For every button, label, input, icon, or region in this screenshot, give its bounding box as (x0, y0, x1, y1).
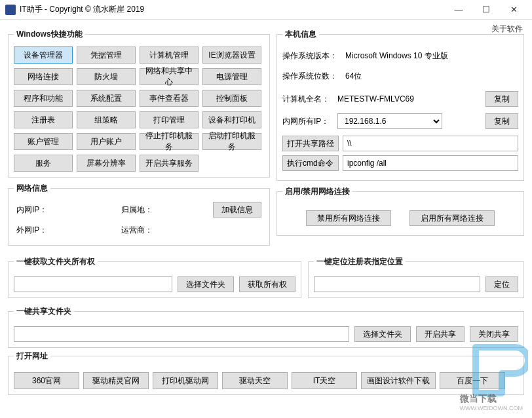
shortcut-button[interactable]: 系统配置 (77, 90, 136, 107)
shortcut-button[interactable]: 电源管理 (202, 68, 261, 85)
reglocate-panel: 一键定位注册表指定位置 定位 (308, 256, 524, 298)
shortcut-button[interactable]: 打印管理 (140, 111, 199, 128)
outer-ip-value (58, 225, 121, 236)
shortcut-button[interactable]: 服务 (14, 155, 73, 172)
netinfo-panel: 网络信息 内网IP： 归属地： 加载信息 外网IP： 运营商： (8, 183, 270, 246)
shortcut-button[interactable]: 计算机管理 (140, 47, 199, 64)
open-share-path-button[interactable]: 打开共享路径 (282, 136, 339, 151)
app-icon (5, 5, 16, 15)
nettoggle-legend: 启用/禁用网络连接 (282, 186, 352, 197)
shortcut-button[interactable]: 防火墙 (77, 68, 136, 85)
os-version-label: 操作系统版本： (282, 50, 341, 62)
reglocate-legend: 一键定位注册表指定位置 (314, 256, 406, 267)
shortcut-button[interactable]: 启动打印机服务 (202, 133, 261, 150)
shortcut-button[interactable]: 设备管理器 (14, 47, 73, 64)
shortcut-button[interactable]: 网络连接 (14, 68, 73, 85)
pc-name-label: 计算机全名： (282, 94, 333, 105)
pc-name-value: METESTW-FMLVC69 (337, 94, 482, 104)
copy-pcname-button[interactable]: 复制 (485, 91, 518, 107)
os-bit-value: 64位 (345, 71, 362, 82)
minimize-button[interactable]: — (451, 5, 466, 14)
folderown-legend: 一键获取文件夹所有权 (14, 256, 98, 267)
maximize-button[interactable]: ☐ (478, 5, 494, 14)
shortcut-button[interactable]: 事件查看器 (140, 90, 199, 107)
shortcut-button[interactable]: 账户管理 (14, 133, 73, 150)
sharefolder-input[interactable] (14, 326, 349, 342)
url-button[interactable]: 驱动天空 (222, 372, 288, 389)
localinfo-legend: 本机信息 (282, 29, 319, 40)
shortcut-button[interactable]: 停止打印机服务 (140, 133, 199, 150)
close-share-button[interactable]: 关闭共享 (470, 326, 518, 342)
run-cmd-button[interactable]: 执行cmd命令 (282, 155, 339, 171)
localinfo-panel: 本机信息 操作系统版本： Microsoft Windows 10 专业版 操作… (276, 29, 524, 181)
url-button[interactable]: 打印机驱动网 (153, 372, 218, 389)
shortcut-button[interactable]: 凭据管理 (77, 47, 136, 64)
enable-all-net-button[interactable]: 启用所有网络连接 (409, 210, 495, 226)
shortcut-button[interactable]: 程序和功能 (14, 90, 73, 107)
url-button[interactable]: 360官网 (14, 372, 79, 389)
url-button[interactable]: 驱动精灵官网 (83, 372, 149, 389)
urls-panel: 打开网址 360官网驱动精灵官网打印机驱动网驱动天空IT天空画图设计软件下载百度… (8, 351, 524, 395)
ip-select[interactable]: 192.168.1.6 (337, 113, 442, 129)
open-share-button[interactable]: 开启共享 (416, 326, 465, 342)
location-label: 归属地： (121, 204, 163, 216)
os-version-value: Microsoft Windows 10 专业版 (345, 50, 448, 62)
url-button[interactable]: IT天空 (292, 372, 357, 389)
nettoggle-panel: 启用/禁用网络连接 禁用所有网络连接 启用所有网络连接 (276, 186, 524, 236)
url-button[interactable]: 画图设计软件下载 (361, 372, 436, 389)
close-button[interactable]: ✕ (506, 5, 522, 14)
outer-ip-label: 外网IP： (16, 225, 58, 236)
shortcut-button[interactable]: 设备和打印机 (202, 111, 261, 128)
share-choose-folder-button[interactable]: 选择文件夹 (354, 326, 411, 342)
disable-all-net-button[interactable]: 禁用所有网络连接 (306, 210, 391, 226)
window-title: IT助手 - Copyright © 流水断崖 2019 (20, 4, 451, 15)
folderown-input[interactable] (14, 276, 172, 292)
netinfo-legend: 网络信息 (14, 183, 50, 194)
shortcut-button[interactable]: 屏幕分辨率 (77, 155, 136, 172)
share-path-input[interactable] (343, 136, 518, 151)
shortcut-button[interactable]: IE浏览器设置 (202, 47, 261, 64)
shortcut-button[interactable]: 网络和共享中心 (140, 68, 199, 85)
shortcut-button[interactable]: 用户账户 (77, 133, 136, 150)
ip-label: 内网所有IP： (282, 116, 333, 127)
inner-ip-label: 内网IP： (16, 204, 58, 216)
copy-ip-button[interactable]: 复制 (485, 113, 518, 129)
isp-label: 运营商： (121, 225, 163, 236)
urls-legend: 打开网址 (14, 351, 50, 362)
shortcut-button[interactable]: 注册表 (14, 111, 73, 128)
shortcuts-legend: Windows快捷功能 (14, 29, 85, 40)
get-ownership-button[interactable]: 获取所有权 (239, 276, 295, 292)
choose-folder-button[interactable]: 选择文件夹 (178, 276, 234, 292)
reglocate-input[interactable] (314, 276, 480, 292)
isp-value (163, 225, 226, 236)
load-info-button[interactable]: 加载信息 (213, 202, 261, 218)
sharefolder-legend: 一键共享文件夹 (14, 306, 74, 317)
folderown-panel: 一键获取文件夹所有权 选择文件夹 获取所有权 (8, 256, 301, 298)
inner-ip-value (58, 204, 121, 216)
url-button[interactable]: 百度一下 (440, 372, 505, 389)
cmd-input[interactable] (343, 155, 518, 171)
shortcut-button[interactable]: 组策略 (77, 111, 136, 128)
sharefolder-panel: 一键共享文件夹 选择文件夹 开启共享 关闭共享 (8, 306, 524, 348)
locate-button[interactable]: 定位 (485, 276, 518, 292)
shortcut-button[interactable]: 开启共享服务 (140, 155, 199, 172)
os-bit-label: 操作系统位数： (282, 71, 341, 82)
shortcuts-panel: Windows快捷功能 设备管理器凭据管理计算机管理IE浏览器设置网络连接防火墙… (8, 29, 270, 178)
shortcut-button[interactable]: 控制面板 (202, 90, 261, 107)
